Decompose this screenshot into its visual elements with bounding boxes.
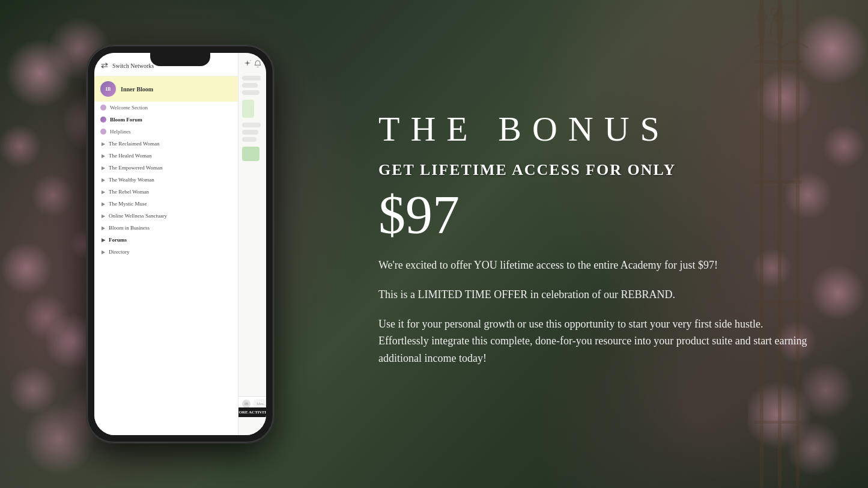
page-container: Switch Networks IB Inner Bloom Welcome S… [0,0,868,488]
switch-networks-label: Switch Networks [112,63,154,69]
chat-avatar: IB [242,400,250,408]
app-sidebar: Switch Networks IB Inner Bloom Welcome S… [94,53,238,435]
price-display: $97 [378,185,820,245]
nav-label-directory: Directory [109,249,129,255]
phone-section: Switch Networks IB Inner Bloom Welcome S… [0,0,342,488]
more-activity-button[interactable]: MORE ACTIVITY [238,407,266,417]
nav-item-bloom-forum[interactable]: Bloom Forum [94,114,238,126]
nav-item-forums[interactable]: ▶ Forums [94,234,238,246]
app-main-header [238,53,266,72]
nav-label-rebel-woman: The Rebel Woman [109,189,149,195]
nav-item-bloom-business[interactable]: ▶ Bloom in Business [94,222,238,234]
ib-avatar: IB [100,81,116,97]
inner-bloom-label: Inner Bloom [121,86,153,93]
helplines-dot-icon [100,129,106,135]
nav-item-wellness-sanctuary[interactable]: ▶ Online Wellness Sanctuary [94,210,238,222]
nav-item-welcome[interactable]: Welcome Section [94,102,238,114]
nav-label-forums: Forums [109,237,127,243]
app-content-area [238,72,266,169]
nav-label-welcome: Welcome Section [110,105,148,111]
sidebar-inner-bloom[interactable]: IB Inner Bloom [94,76,238,102]
nav-item-wealthy-woman[interactable]: ▶ The Wealthy Woman [94,174,238,186]
nav-label-wealthy-woman: The Wealthy Woman [109,177,154,183]
phone-screen: Switch Networks IB Inner Bloom Welcome S… [94,53,266,435]
nav-item-healed-woman[interactable]: ▶ The Healed Woman [94,150,238,162]
nav-item-rebel-woman[interactable]: ▶ The Rebel Woman [94,186,238,198]
nav-item-reclaimed-woman[interactable]: ▶ The Reclaimed Woman [94,138,238,150]
nav-item-mystic-muse[interactable]: ▶ The Mystic Muse [94,198,238,210]
nav-label-empowered-woman: The Empowered Woman [109,165,163,171]
switch-icon [100,61,109,70]
welcome-dot-icon [100,105,106,111]
nav-label-healed-woman: The Healed Woman [109,153,152,159]
nav-item-directory[interactable]: ▶ Directory [94,246,238,258]
nav-label-wellness-sanctuary: Online Wellness Sanctuary [109,213,167,219]
phone-frame: Switch Networks IB Inner Bloom Welcome S… [87,46,273,442]
notification-icon[interactable] [254,59,261,67]
description-paragraph2: This is a LIMITED TIME OFFER in celebrat… [378,286,811,303]
nav-item-empowered-woman[interactable]: ▶ The Empowered Woman [94,162,238,174]
nav-label-reclaimed-woman: The Reclaimed Woman [109,141,160,147]
nav-item-helplines[interactable]: Helplines [94,126,238,138]
the-bonus-title: THE BONUS [378,109,820,149]
nav-label-mystic-muse: The Mystic Muse [109,201,147,207]
content-section: THE BONUS GET LIFETIME ACCESS FOR ONLY $… [342,79,868,409]
description-paragraph1: We're excited to offer YOU lifetime acce… [378,257,811,274]
app-main: IB Mes... + MORE ACTIVITY [238,53,266,435]
bloom-forum-dot-icon [100,117,106,123]
lifetime-subtitle: GET LIFETIME ACCESS FOR ONLY [378,161,820,179]
nav-label-bloom-forum: Bloom Forum [110,117,142,123]
sparkle-icon[interactable] [243,59,252,69]
description-paragraph3: Use it for your personal growth or use t… [378,316,811,367]
phone-notch [150,53,210,66]
nav-label-helplines: Helplines [110,129,131,135]
nav-label-bloom-business: Bloom in Business [109,225,150,231]
